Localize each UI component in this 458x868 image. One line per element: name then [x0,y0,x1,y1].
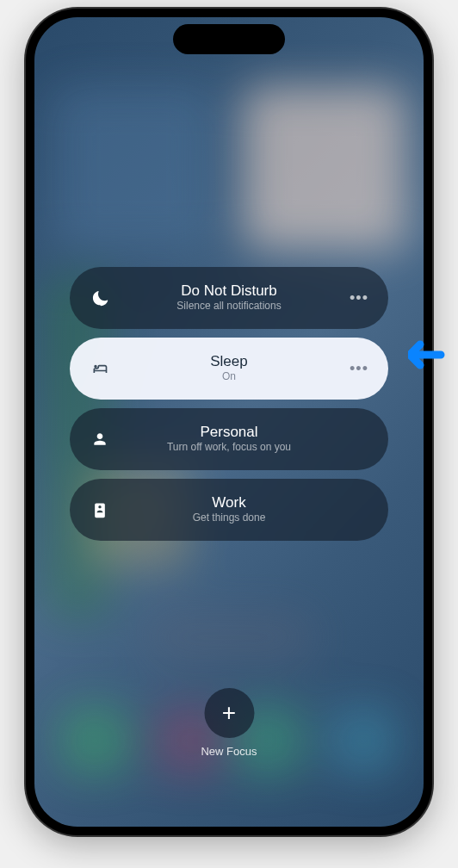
plus-icon: + [204,688,254,738]
focus-item-sleep[interactable]: Sleep On ••• [70,338,388,400]
new-focus-button[interactable]: + New Focus [201,688,257,758]
focus-picker: Do Not Disturb Silence all notifications… [34,17,424,827]
focus-subtitle: Get things done [113,512,345,525]
focus-text: Personal Turn off work, focus on you [113,424,371,455]
moon-icon [87,289,113,307]
more-icon[interactable]: ••• [347,356,371,381]
focus-subtitle: On [113,370,345,384]
new-focus-label: New Focus [201,745,257,758]
focus-text: Do Not Disturb Silence all notifications [113,282,371,313]
focus-title: Do Not Disturb [113,282,345,300]
screen: Do Not Disturb Silence all notifications… [34,17,424,827]
focus-item-work[interactable]: Work Get things done [70,479,388,541]
focus-text: Sleep On [113,353,371,384]
phone-frame: Do Not Disturb Silence all notifications… [26,9,432,835]
focus-list: Do Not Disturb Silence all notifications… [70,267,388,541]
focus-item-personal[interactable]: Personal Turn off work, focus on you [70,408,388,470]
focus-subtitle: Turn off work, focus on you [113,441,345,455]
focus-title: Sleep [113,353,345,370]
callout-arrow-icon [408,339,451,374]
focus-item-dnd[interactable]: Do Not Disturb Silence all notifications… [70,267,388,329]
focus-title: Personal [113,424,345,441]
more-icon[interactable]: ••• [347,286,371,310]
dynamic-island [173,24,285,54]
focus-text: Work Get things done [113,494,371,525]
focus-title: Work [113,494,345,512]
person-icon [87,431,113,448]
bed-icon [87,360,113,377]
focus-subtitle: Silence all notifications [113,300,345,313]
badge-icon [87,501,113,518]
